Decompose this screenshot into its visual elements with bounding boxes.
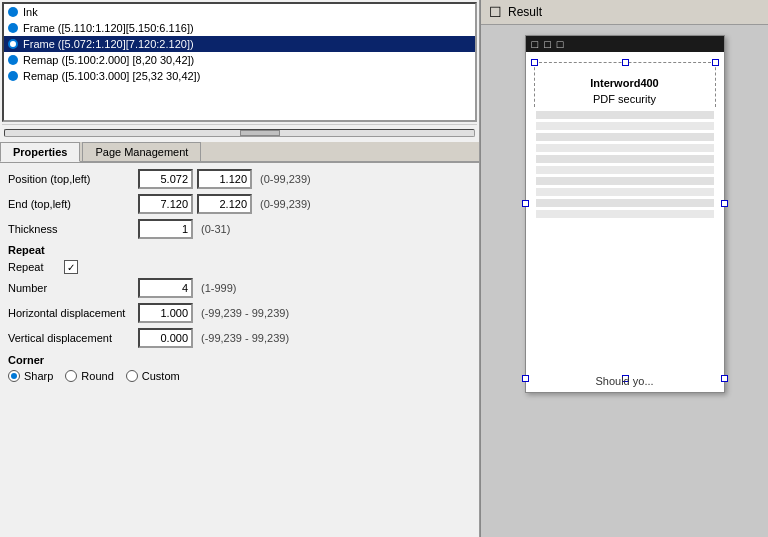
page-header-item2: □ (544, 38, 551, 50)
content-line-1 (536, 111, 714, 119)
corner-section-title: Corner (8, 354, 471, 366)
radio-custom[interactable]: Custom (126, 370, 180, 382)
position-row: Position (top,left) (0-99,239) (8, 169, 471, 189)
radio-round-circle[interactable] (65, 370, 77, 382)
content-line-5 (536, 155, 714, 163)
radio-custom-label: Custom (142, 370, 180, 382)
position-y-input[interactable] (197, 169, 252, 189)
corner-radio-group: Sharp Round Custom (8, 370, 471, 382)
right-panel: ☐ Result □ □ □ Interword400 (480, 0, 768, 537)
thickness-input[interactable] (138, 219, 193, 239)
content-line-7 (536, 177, 714, 185)
page-preview: □ □ □ Interword400 PDF security (525, 35, 725, 393)
hdisplace-input[interactable] (138, 303, 193, 323)
handle-tc (622, 59, 629, 66)
hdisplace-range: (-99,239 - 99,239) (201, 307, 289, 319)
number-range: (1-999) (201, 282, 236, 294)
end-y-input[interactable] (197, 194, 252, 214)
repeat-label: Repeat (8, 261, 58, 273)
tab-page-management[interactable]: Page Management (82, 142, 201, 161)
tree-item[interactable]: Remap ([5.100:2.000] [8,20 30,42]) (4, 52, 475, 68)
bottom-text: Should yo... (595, 375, 653, 387)
position-x-input[interactable] (138, 169, 193, 189)
handle-ml (522, 200, 529, 207)
corner-section: Corner Sharp Round Custom (8, 354, 471, 382)
result-canvas: □ □ □ Interword400 PDF security (481, 25, 768, 537)
handle-br (721, 375, 728, 382)
tree-item-label: Remap ([5.100:3.000] [25,32 30,42]) (23, 70, 200, 82)
vdisplace-row: Vertical displacement (-99,239 - 99,239) (8, 328, 471, 348)
properties-content: Position (top,left) (0-99,239) End (top,… (0, 163, 479, 537)
repeat-row: Repeat ✓ (8, 260, 471, 274)
content-line-9 (536, 199, 714, 207)
content-line-6 (536, 166, 714, 174)
tree-dot-icon (8, 55, 18, 65)
tree-item-label: Frame ([5.110:1.120][5.150:6.116]) (23, 22, 194, 34)
radio-custom-circle[interactable] (126, 370, 138, 382)
handle-tl (531, 59, 538, 66)
thickness-label: Thickness (8, 223, 138, 235)
tree-dot-icon (8, 39, 18, 49)
tree-dot-icon (8, 23, 18, 33)
thickness-row: Thickness (0-31) (8, 219, 471, 239)
radio-sharp-label: Sharp (24, 370, 53, 382)
number-row: Number (1-999) (8, 278, 471, 298)
position-label: Position (top,left) (8, 173, 138, 185)
horizontal-scrollbar[interactable] (2, 124, 477, 140)
end-row: End (top,left) (0-99,239) (8, 194, 471, 214)
vdisplace-label: Vertical displacement (8, 332, 138, 344)
left-panel: InkFrame ([5.110:1.120][5.150:6.116])Fra… (0, 0, 480, 537)
tree-item[interactable]: Remap ([5.100:3.000] [25,32 30,42]) (4, 68, 475, 84)
hdisplace-label: Horizontal displacement (8, 307, 138, 319)
tree-item-label: Frame ([5.072:1.120][7.120:2.120]) (23, 38, 194, 50)
tree-item[interactable]: Frame ([5.110:1.120][5.150:6.116]) (4, 20, 475, 36)
radio-sharp-circle[interactable] (8, 370, 20, 382)
result-icon: ☐ (489, 4, 502, 20)
scroll-track[interactable] (4, 129, 475, 137)
handle-bl (522, 375, 529, 382)
repeat-checkbox[interactable]: ✓ (64, 260, 78, 274)
page-header-bar: □ □ □ (526, 36, 724, 52)
repeat-section-title: Repeat (8, 244, 471, 256)
handle-tr (712, 59, 719, 66)
page-header-item1: □ (532, 38, 539, 50)
thickness-range: (0-31) (201, 223, 230, 235)
hdisplace-row: Horizontal displacement (-99,239 - 99,23… (8, 303, 471, 323)
tree-item-label: Remap ([5.100:2.000] [8,20 30,42]) (23, 54, 194, 66)
tree-item[interactable]: Ink (4, 4, 475, 20)
tree-item[interactable]: Frame ([5.072:1.120][7.120:2.120]) (4, 36, 475, 52)
number-label: Number (8, 282, 138, 294)
tabs-bar: Properties Page Management (0, 142, 479, 163)
end-range: (0-99,239) (260, 198, 311, 210)
tree-dot-icon (8, 7, 18, 17)
content-line-4 (536, 144, 714, 152)
scroll-thumb[interactable] (240, 130, 280, 136)
vdisplace-range: (-99,239 - 99,239) (201, 332, 289, 344)
radio-round[interactable]: Round (65, 370, 113, 382)
dashed-frame (534, 62, 716, 107)
tree-dot-icon (8, 71, 18, 81)
result-title: Result (508, 5, 542, 19)
page-body: Interword400 PDF security (526, 52, 724, 392)
page-header-item3: □ (557, 38, 564, 50)
end-x-input[interactable] (138, 194, 193, 214)
tree-list[interactable]: InkFrame ([5.110:1.120][5.150:6.116])Fra… (2, 2, 477, 122)
end-label: End (top,left) (8, 198, 138, 210)
vdisplace-input[interactable] (138, 328, 193, 348)
content-line-10 (536, 210, 714, 218)
radio-round-label: Round (81, 370, 113, 382)
result-header: ☐ Result (481, 0, 768, 25)
number-input[interactable] (138, 278, 193, 298)
content-line-2 (536, 122, 714, 130)
tab-properties[interactable]: Properties (0, 142, 80, 162)
content-line-8 (536, 188, 714, 196)
handle-mr (721, 200, 728, 207)
position-range: (0-99,239) (260, 173, 311, 185)
radio-sharp[interactable]: Sharp (8, 370, 53, 382)
content-line-3 (536, 133, 714, 141)
tree-item-label: Ink (23, 6, 38, 18)
